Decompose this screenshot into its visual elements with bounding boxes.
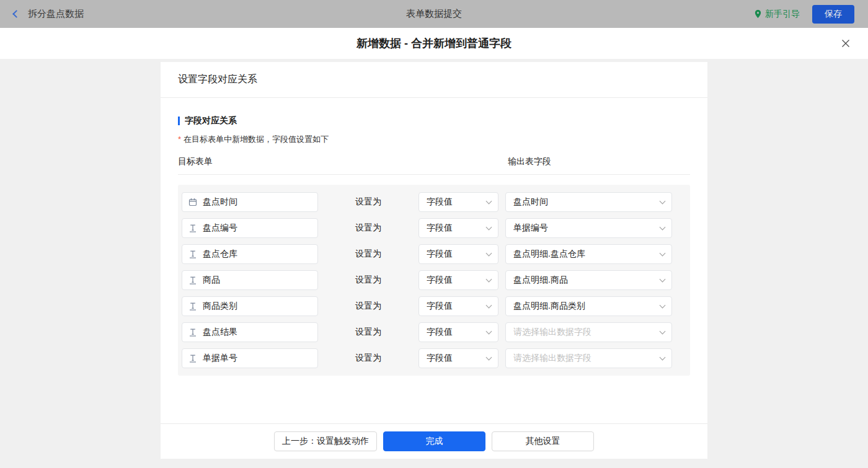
text-field-icon	[188, 276, 197, 285]
section-marker	[178, 117, 180, 125]
mapping-row: 盘点时间 设置为 字段值 盘点时间	[178, 189, 690, 215]
close-icon	[841, 38, 851, 48]
back-button[interactable]: 拆分盘点数据	[14, 8, 84, 20]
topbar: 拆分盘点数据 表单数据提交 新手引导 保存	[0, 0, 868, 28]
chevron-down-icon	[660, 302, 666, 309]
mapping-row: 单据单号 设置为 字段值 请选择输出数据字段	[178, 345, 690, 371]
rows-container: 盘点时间 设置为 字段值 盘点时间 盘点编号 设置为 字段值	[178, 185, 690, 376]
mapping-row: 盘点仓库 设置为 字段值 盘点明细.盘点仓库	[178, 241, 690, 267]
set-as-label: 设置为	[318, 275, 418, 286]
output-select[interactable]: 盘点时间	[505, 192, 672, 212]
column-header-output-field: 输出表字段	[508, 156, 551, 167]
field-label: 商品类别	[203, 301, 237, 312]
chevron-down-icon	[486, 302, 492, 309]
output-select-value: 单据编号	[513, 223, 548, 234]
target-field-box[interactable]: 盘点编号	[182, 218, 318, 238]
chevron-down-icon	[486, 355, 492, 361]
field-label: 盘点编号	[203, 223, 237, 234]
output-select-value: 请选择输出数据字段	[513, 353, 591, 364]
mode-select[interactable]: 字段值	[418, 244, 498, 264]
output-select-value: 盘点明细.盘点仓库	[513, 249, 585, 260]
modal-content: 设置字段对应关系 字段对应关系 * 在目标表单中新增数据，字段值设置如下 目标表…	[0, 59, 868, 468]
card-body: 字段对应关系 * 在目标表单中新增数据，字段值设置如下 目标表单 输出表字段 盘…	[161, 98, 707, 423]
mode-select-value: 字段值	[427, 223, 453, 234]
column-header-target-form: 目标表单	[178, 156, 508, 167]
output-select[interactable]: 盘点明细.商品	[505, 270, 672, 290]
chevron-down-icon	[660, 329, 666, 335]
output-select[interactable]: 盘点明细.盘点仓库	[505, 244, 672, 264]
card-footer: 上一步：设置触发动作 完成 其他设置	[161, 423, 707, 459]
location-pin-icon	[754, 9, 762, 19]
back-icon	[12, 10, 20, 18]
prev-step-button[interactable]: 上一步：设置触发动作	[274, 431, 377, 451]
mode-select-value: 字段值	[427, 301, 453, 312]
topbar-title: 表单数据提交	[406, 8, 462, 20]
mapping-row: 盘点编号 设置为 字段值 单据编号	[178, 215, 690, 241]
column-headers: 目标表单 输出表字段	[178, 156, 690, 175]
chevron-down-icon	[486, 250, 492, 257]
set-as-label: 设置为	[318, 301, 418, 312]
set-as-label: 设置为	[318, 249, 418, 260]
modal-title: 新增数据 - 合并新增到普通字段	[356, 36, 512, 51]
field-label: 商品	[203, 275, 220, 286]
beginner-guide-button[interactable]: 新手引导	[754, 9, 800, 20]
field-label: 盘点结果	[203, 327, 237, 338]
target-field-box[interactable]: 盘点时间	[182, 192, 318, 212]
mode-select[interactable]: 字段值	[418, 322, 498, 342]
save-button[interactable]: 保存	[812, 5, 854, 24]
output-select-value: 盘点明细.商品类别	[513, 301, 585, 312]
done-button[interactable]: 完成	[383, 431, 485, 451]
mapping-row: 商品类别 设置为 字段值 盘点明细.商品类别	[178, 293, 690, 319]
set-as-label: 设置为	[318, 327, 418, 338]
calendar-icon	[188, 198, 197, 206]
settings-card: 设置字段对应关系 字段对应关系 * 在目标表单中新增数据，字段值设置如下 目标表…	[161, 62, 707, 459]
chevron-down-icon	[486, 198, 492, 205]
target-field-box[interactable]: 商品	[182, 270, 318, 290]
chevron-down-icon	[660, 198, 666, 205]
target-field-box[interactable]: 盘点仓库	[182, 244, 318, 264]
mode-select-value: 字段值	[427, 327, 453, 338]
output-select[interactable]: 盘点明细.商品类别	[505, 296, 672, 316]
output-select-value: 盘点时间	[513, 196, 548, 208]
text-field-icon	[188, 302, 197, 311]
output-select[interactable]: 请选择输出数据字段	[505, 348, 672, 368]
section-title-row: 字段对应关系	[178, 115, 690, 126]
modal-header: 新增数据 - 合并新增到普通字段	[0, 28, 868, 59]
target-field-box[interactable]: 盘点结果	[182, 322, 318, 342]
chevron-down-icon	[660, 355, 666, 361]
close-button[interactable]	[838, 36, 853, 51]
topbar-actions: 新手引导 保存	[754, 5, 854, 24]
mode-select-value: 字段值	[427, 353, 453, 364]
field-label: 盘点时间	[203, 196, 237, 208]
mapping-row: 商品 设置为 字段值 盘点明细.商品	[178, 267, 690, 293]
target-field-box[interactable]: 商品类别	[182, 296, 318, 316]
output-select[interactable]: 请选择输出数据字段	[505, 322, 672, 342]
mode-select[interactable]: 字段值	[418, 348, 498, 368]
mode-select-value: 字段值	[427, 249, 453, 260]
required-asterisk: *	[178, 135, 181, 144]
mode-select[interactable]: 字段值	[418, 296, 498, 316]
chevron-down-icon	[660, 250, 666, 257]
text-field-icon	[188, 250, 197, 258]
field-label: 单据单号	[203, 353, 237, 364]
other-settings-button[interactable]: 其他设置	[492, 431, 594, 451]
set-as-label: 设置为	[318, 353, 418, 364]
text-field-icon	[188, 224, 197, 232]
set-as-label: 设置为	[318, 196, 418, 208]
set-as-label: 设置为	[318, 223, 418, 234]
chevron-down-icon	[660, 224, 666, 231]
mode-select[interactable]: 字段值	[418, 270, 498, 290]
section-note-row: * 在目标表单中新增数据，字段值设置如下	[178, 134, 690, 145]
chevron-down-icon	[660, 276, 666, 283]
output-select-value: 盘点明细.商品	[513, 275, 568, 286]
mode-select[interactable]: 字段值	[418, 218, 498, 238]
chevron-down-icon	[486, 276, 492, 283]
output-select[interactable]: 单据编号	[505, 218, 672, 238]
target-field-box[interactable]: 单据单号	[182, 348, 318, 368]
section-title: 字段对应关系	[185, 115, 237, 126]
mapping-row: 盘点结果 设置为 字段值 请选择输出数据字段	[178, 319, 690, 345]
output-select-value: 请选择输出数据字段	[513, 327, 591, 338]
mode-select[interactable]: 字段值	[418, 192, 498, 212]
chevron-down-icon	[486, 329, 492, 335]
beginner-guide-label: 新手引导	[765, 9, 800, 20]
